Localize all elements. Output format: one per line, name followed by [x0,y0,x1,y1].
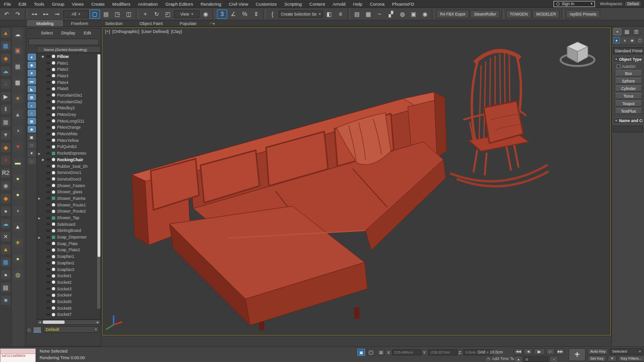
hidden-eye-icon[interactable] [46,255,50,258]
modeler-button[interactable]: MODELER [532,10,560,18]
scroll-left-icon[interactable]: ◄ [38,320,41,324]
current-frame-field[interactable]: 0 [524,356,548,362]
scene-object-row[interactable]: Soap_Plate [37,240,100,247]
scene-object-row[interactable]: Soapfan2 [37,260,100,266]
plugin-icon[interactable]: ◍ [13,270,23,280]
set-key-button[interactable]: Set Key [587,355,606,362]
hidden-eye-icon[interactable] [46,294,50,296]
scene-object-row[interactable]: SkirtingBoard [37,228,100,234]
object-name-field[interactable] [613,126,643,132]
plugin-icon[interactable]: ● [13,174,23,183]
track-bar[interactable] [102,337,611,346]
menu-item[interactable]: Corona [366,1,388,7]
cameras-category-icon[interactable]: □ [637,37,643,43]
fbx-export-button[interactable]: R4 FBX Expor [436,10,469,18]
scene-object-row[interactable]: Shower_glass [37,189,100,195]
expand-arrow-icon[interactable]: ▶ [38,197,41,200]
hidden-eye-icon[interactable] [46,210,50,213]
plugin-icon[interactable]: ∴ [1,79,10,89]
primitive-button[interactable]: Sphere [615,78,642,84]
hidden-eye-icon[interactable] [46,114,50,116]
plugin-icon[interactable]: ▲ [13,110,23,119]
unlink-selection-icon[interactable]: ⊷ [41,9,51,19]
scene-object-row[interactable]: Soap_Plate2 [37,247,100,254]
menu-item[interactable]: Content [305,1,329,7]
hidden-eye-icon[interactable] [46,126,50,129]
scene-object-row[interactable]: Shower_Route2 [37,208,100,215]
scrollbar-thumb[interactable] [43,321,65,324]
display-filter-icon[interactable]: ▬ [28,78,36,84]
hidden-eye-icon[interactable] [46,68,50,71]
menu-item[interactable]: Arnold [329,1,349,7]
scene-object-row[interactable]: Rubber_Seal_Sh [37,163,100,170]
plugin-icon[interactable]: R2 [1,168,10,178]
plugin-icon[interactable]: ▼ [1,130,10,140]
bind-to-space-warp-icon[interactable]: ⊸ [52,9,62,19]
primitive-button[interactable]: Torus [615,93,642,99]
ribbon-tab[interactable]: Freeform [63,21,97,26]
primitive-button[interactable]: Teapot [615,100,642,107]
key-selection-dropdown[interactable]: Selected [610,348,643,354]
plugin-icon[interactable]: ‖ [1,105,10,114]
hidden-eye-icon[interactable] [46,204,50,206]
plugin-icon[interactable]: ▬ [13,158,23,167]
hidden-eye-icon[interactable] [46,281,50,283]
menu-item[interactable]: Modifiers [108,1,134,7]
ribbon-tab[interactable]: Object Paint [131,21,171,26]
hidden-eye-icon[interactable] [46,178,50,180]
plugin-icon[interactable]: ♥ [13,142,23,151]
scene-object-row[interactable]: PulQuintb2 [37,144,100,150]
hidden-eye-icon[interactable] [46,120,50,122]
display-filter-icon[interactable]: ● [28,54,36,60]
ribbon-tab[interactable]: Populate [171,21,205,26]
undo-icon[interactable]: ↶ [1,9,12,19]
plugin-icon[interactable]: ▦ [1,41,10,50]
viewport-pov-menu[interactable]: [Orthographic] [112,29,139,34]
reference-coordinate-dropdown[interactable]: View [174,10,199,18]
viewport-scene[interactable] [102,28,611,335]
plugin-icon[interactable]: ☀ [13,238,23,247]
scene-object-row[interactable]: Sideboard [37,221,100,228]
menu-item[interactable]: Edit [15,1,30,7]
workspaces-control[interactable]: Workspaces: Defaul [600,1,641,7]
menu-item[interactable]: Tools [30,1,48,7]
plugin-icon[interactable]: ☁ [1,66,10,76]
hidden-eye-icon[interactable] [46,262,50,264]
percent-snap-icon[interactable]: % [239,9,250,19]
hidden-eye-icon[interactable] [46,191,50,193]
scene-object-row[interactable]: Plate1 [37,60,100,66]
listener-macro-pane[interactable] [0,349,35,354]
scene-object-row[interactable]: ▶ RocketEspresso [37,150,100,156]
visibility-toggle-icon[interactable]: ◈ [41,55,46,58]
edit-named-selections-icon[interactable]: { [267,9,278,19]
plugin-icon[interactable]: ● [1,206,10,216]
isolate-selection-toggle[interactable]: ▣ [357,349,365,356]
select-and-rotate-icon[interactable]: ↻ [151,9,162,19]
plugin-icon[interactable]: ▲ [1,28,10,38]
plugin-icon[interactable]: ▩ [13,78,23,87]
object-type-rollout[interactable]: ▼ Object Type [613,56,643,63]
add-time-tag-button[interactable]: Add Time Tag [492,356,516,361]
maxscript-mini-listener[interactable]: IwC111imD9mCm [0,348,36,362]
mirror-icon[interactable]: ◧ [324,9,334,19]
hidden-eye-icon[interactable] [46,165,50,167]
scene-object-row[interactable]: ▶ Soap_Dispenser [37,234,100,240]
expand-arrow-icon[interactable]: ▶ [38,216,41,220]
menu-item[interactable]: Create [87,1,108,7]
scene-object-row[interactable]: PMexYellow [37,137,100,144]
scene-object-row[interactable]: Plate2 [37,66,100,73]
layer-color-swatch[interactable] [33,327,41,333]
hidden-eye-icon[interactable] [46,81,50,83]
create-tab-icon[interactable]: + [613,28,621,35]
plugin-icon[interactable]: ■ [1,296,10,305]
hidden-eye-icon[interactable] [46,300,50,303]
plugin-icon[interactable]: ◑ [13,126,23,135]
name-and-color-rollout[interactable]: ▼ Name and Co [613,117,643,124]
scene-object-row[interactable]: PMexOrange [37,124,100,131]
time-configuration-button[interactable]: ◔ [549,356,558,362]
display-filter-icon[interactable]: ◣ [28,86,36,92]
primitive-button[interactable]: Box [615,70,642,76]
scene-object-row[interactable]: Socket6 [37,305,100,312]
primitive-category-dropdown[interactable]: Standard Primiti [613,47,643,54]
plugin-icon[interactable]: ● [13,190,23,199]
